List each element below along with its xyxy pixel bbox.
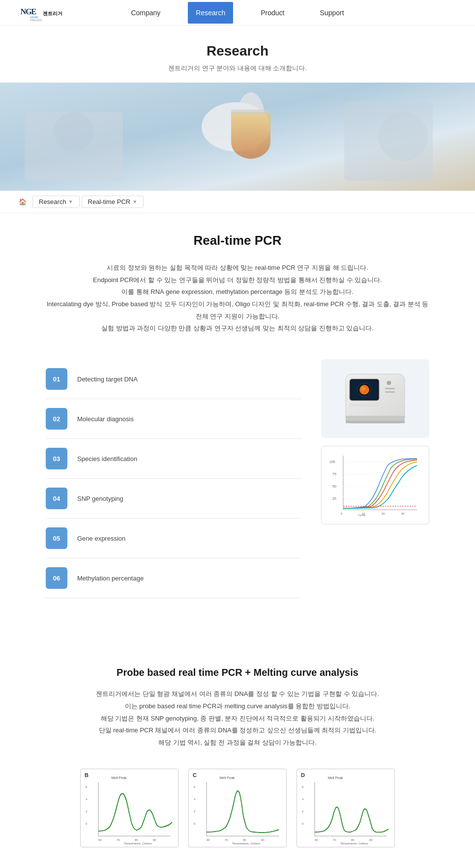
svg-text:80: 80 [243, 839, 246, 841]
feature-badge-1: 01 [46, 368, 67, 390]
section2-title: Probe based real time PCR + Melting curv… [30, 667, 445, 678]
s2-desc-3: 해당 기법은 현재 SNP genotyping, 종 판별, 분자 진단에서 … [30, 713, 445, 725]
section1-description: 시료의 정보와 원하는 실험 목적에 따라 상황에 맞는 real-time P… [46, 262, 429, 335]
page-title: Research [10, 43, 465, 59]
breadcrumb-home[interactable]: 🏠 [15, 196, 30, 207]
hero-image-inner [0, 83, 475, 191]
svg-text:90: 90 [153, 839, 156, 841]
feature-item-4: 04 SNP genotyping [46, 479, 301, 519]
logo[interactable]: NGE GENE TRIGGER 젠트리거 [20, 4, 64, 22]
svg-text:GENE: GENE [30, 15, 38, 18]
chart-d-label: D [301, 772, 305, 778]
svg-text:Temperature, Celsius: Temperature, Celsius [340, 842, 368, 845]
nav-company[interactable]: Company [123, 2, 168, 24]
feature-text-3: Species identification [77, 455, 137, 463]
svg-text:70: 70 [117, 839, 120, 841]
svg-rect-20 [385, 388, 395, 389]
feature-text-1: Detecting target DNA [77, 376, 138, 383]
desc-line2: Endpoint PCR에서 할 수 있는 연구들을 뛰어넘 더 정밀한 정량적… [46, 274, 429, 287]
page-subtitle: 젠트리거의 연구 분야와 내용에 대해 소개합니다. [10, 64, 465, 73]
svg-text:젠트리거: 젠트리거 [43, 10, 62, 16]
chevron-down-icon-2: ▼ [132, 199, 137, 204]
svg-text:80: 80 [135, 839, 138, 841]
chart-b: B Melt Peak 6 4 2 0 dF/dT [80, 769, 178, 847]
desc-line3: 이를 통해 RNA gene expression, methylation p… [46, 286, 429, 298]
feature-num-1: 01 [53, 376, 60, 383]
s2-desc-4: 단일 real-time PCR 채널에서 여러 종류의 DNA를 정성하고 싶… [30, 724, 445, 737]
feature-text-4: SNP genotyping [77, 495, 123, 502]
svg-text:80: 80 [351, 839, 355, 841]
feature-badge-6: 06 [46, 567, 67, 589]
device-images: 100 75 50 25 [321, 359, 429, 524]
svg-text:60: 60 [207, 839, 210, 841]
feature-text-5: Gene expression [77, 535, 125, 542]
section2-inner: Probe based real time PCR + Melting curv… [30, 667, 445, 847]
breadcrumb-pcr[interactable]: Real-time PCR ▼ [82, 196, 144, 208]
features-section: 01 Detecting target DNA 02 Molecular dia… [46, 359, 429, 598]
svg-text:Temperature, Celsius: Temperature, Celsius [232, 842, 260, 845]
feature-badge-5: 05 [46, 527, 67, 549]
svg-text:NGE: NGE [21, 7, 37, 16]
svg-text:90: 90 [261, 839, 265, 841]
chart-c-label: C [193, 772, 197, 778]
feature-num-5: 05 [53, 535, 60, 542]
svg-text:75: 75 [332, 472, 336, 476]
feature-item-1: 01 Detecting target DNA [46, 359, 301, 399]
s2-desc-5: 해당 기법 역시, 실험 전 과정을 걸쳐 상담이 가능합니다. [30, 737, 445, 749]
feature-badge-2: 02 [46, 408, 67, 430]
section2: Probe based real time PCR + Melting curv… [0, 642, 475, 868]
svg-text:Cycle: Cycle [358, 514, 366, 517]
chart-d-svg: Melt Peak 6 4 2 0 60 70 80 90 Temperatur… [301, 773, 391, 844]
feature-text-2: Molecular diagnosis [77, 415, 134, 423]
svg-text:TRIGGER: TRIGGER [30, 18, 42, 21]
svg-text:20: 20 [382, 512, 385, 515]
nav-product[interactable]: Product [253, 2, 292, 24]
chart-c: C Melt Peak 6 4 2 0 60 70 80 90 Temperat… [188, 769, 287, 847]
svg-text:70: 70 [225, 839, 228, 841]
feature-num-3: 03 [53, 455, 60, 463]
svg-text:Melt Peak: Melt Peak [111, 776, 127, 780]
feature-item-6: 06 Methylation percentage [46, 558, 301, 598]
desc-line4: Intercalating dye 방식, Probe based 방식 모두 … [46, 298, 429, 322]
svg-point-11 [379, 112, 428, 161]
section2-description: 젠트리거에서는 단일 형광 채널에서 여러 종류의 DNA를 정성 할 수 있는… [30, 688, 445, 749]
svg-text:70: 70 [333, 839, 336, 841]
page-title-section: Research 젠트리거의 연구 분야와 내용에 대해 소개합니다. [0, 26, 475, 83]
nav-links: Company Research Product Support [123, 2, 352, 24]
svg-point-10 [54, 112, 93, 151]
section1: Real-time PCR 시료의 정보와 원하는 실험 목적에 따라 상황에 … [16, 213, 459, 642]
chart-d: D Melt Peak 6 4 2 0 60 70 80 90 Temperat… [297, 769, 395, 847]
svg-point-19 [387, 381, 391, 385]
amplification-chart-image: 100 75 50 25 [321, 446, 429, 524]
svg-text:Melt Peak: Melt Peak [219, 776, 235, 780]
feature-badge-4: 04 [46, 488, 67, 509]
svg-text:100: 100 [329, 460, 335, 463]
section1-title: Real-time PCR [46, 233, 429, 248]
feature-item-5: 05 Gene expression [46, 519, 301, 558]
breadcrumb-research-label: Research [39, 198, 66, 205]
desc-line1: 시료의 정보와 원하는 실험 목적에 따라 상황에 맞는 real-time P… [46, 262, 429, 274]
s2-desc-2: 이는 probe based real time PCR과 melting cu… [30, 700, 445, 713]
chart-b-label: B [85, 772, 89, 778]
svg-text:50: 50 [332, 485, 336, 488]
svg-text:90: 90 [369, 839, 373, 841]
svg-point-18 [361, 387, 365, 391]
navbar: NGE GENE TRIGGER 젠트리거 Company Research P… [0, 0, 475, 26]
melting-charts-row: B Melt Peak 6 4 2 0 dF/dT [30, 769, 445, 847]
feature-text-6: Methylation percentage [77, 575, 144, 582]
breadcrumb: 🏠 Research ▼ Real-time PCR ▼ [0, 191, 475, 213]
feature-badge-3: 03 [46, 448, 67, 469]
feature-num-6: 06 [53, 575, 60, 582]
breadcrumb-research[interactable]: Research ▼ [32, 196, 80, 208]
svg-text:30: 30 [401, 512, 405, 515]
chart-c-svg: Melt Peak 6 4 2 0 60 70 80 90 Temperatur… [193, 773, 283, 844]
svg-rect-22 [350, 404, 379, 406]
svg-text:25: 25 [332, 497, 336, 500]
features-list: 01 Detecting target DNA 02 Molecular dia… [46, 359, 301, 598]
pcr-machine-image [321, 359, 429, 438]
nav-support[interactable]: Support [312, 2, 352, 24]
svg-rect-7 [231, 110, 270, 115]
svg-text:60: 60 [98, 839, 102, 841]
svg-rect-24 [346, 421, 405, 423]
nav-research[interactable]: Research [188, 2, 233, 24]
